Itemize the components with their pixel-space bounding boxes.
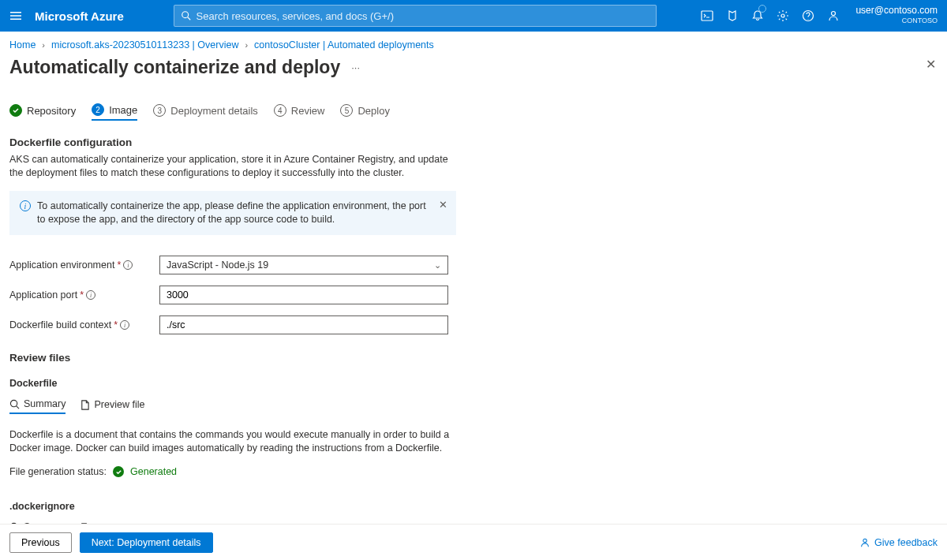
step-image[interactable]: 2 Image — [92, 103, 137, 121]
port-label: Application port*i — [9, 289, 159, 301]
search-input[interactable] — [197, 10, 649, 22]
svg-point-5 — [832, 12, 836, 16]
step-deployment-details[interactable]: 3 Deployment details — [153, 104, 258, 120]
info-icon: i — [20, 200, 31, 211]
chevron-down-icon: ⌄ — [434, 260, 441, 271]
close-button[interactable]: ✕ — [926, 57, 936, 72]
step-review[interactable]: 4 Review — [274, 104, 325, 120]
settings-icon[interactable] — [770, 0, 795, 32]
brand-label: Microsoft Azure — [32, 9, 135, 23]
env-select[interactable]: JavaScript - Node.js 19 ⌄ — [159, 256, 448, 274]
ctx-info-icon[interactable]: i — [120, 320, 129, 330]
dockerfile-summary-tab[interactable]: Summary — [9, 398, 66, 414]
user-org: CONTOSO — [855, 16, 938, 26]
page-title: Automatically containerize and deploy — [9, 57, 340, 78]
dockerfile-desc: Dockerfile is a document that contains t… — [9, 428, 456, 455]
previous-button[interactable]: Previous — [9, 532, 72, 553]
next-button[interactable]: Next: Deployment details — [80, 532, 213, 553]
breadcrumb-cluster[interactable]: contosoCluster | Automated deployments — [254, 39, 434, 50]
cloud-shell-icon[interactable] — [694, 0, 720, 32]
svg-rect-2 — [702, 11, 713, 21]
step-repository[interactable]: Repository — [9, 104, 76, 120]
dockerfile-preview-tab[interactable]: Preview file — [80, 398, 144, 414]
dockerfile-config-heading: Dockerfile configuration — [9, 136, 456, 148]
svg-point-10 — [863, 539, 867, 542]
user-account[interactable]: user@contoso.com CONTOSO — [846, 6, 947, 26]
user-email: user@contoso.com — [855, 6, 938, 16]
dockerfile-config-desc: AKS can automatically containerize your … — [9, 153, 456, 180]
ctx-label: Dockerfile build context*i — [9, 319, 159, 330]
dockerignore-title: .dockerignore — [9, 501, 456, 512]
check-icon — [113, 466, 124, 477]
port-input[interactable] — [159, 286, 448, 304]
notification-dot — [758, 5, 766, 13]
feedback-icon[interactable] — [821, 0, 846, 32]
review-files-heading: Review files — [9, 352, 456, 364]
info-banner: i To automatically containerize the app,… — [9, 191, 456, 235]
breadcrumb: Home › microsoft.aks-20230510113233 | Ov… — [0, 32, 947, 55]
svg-point-6 — [10, 400, 17, 406]
breadcrumb-resource[interactable]: microsoft.aks-20230510113233 | Overview — [51, 39, 238, 50]
step-deploy[interactable]: 5 Deploy — [340, 104, 389, 120]
directories-icon[interactable] — [720, 0, 745, 32]
svg-point-0 — [182, 12, 188, 18]
ctx-input[interactable] — [159, 315, 448, 334]
env-label: Application environment*i — [9, 259, 159, 271]
notifications-icon[interactable] — [745, 0, 770, 32]
give-feedback-link[interactable]: Give feedback — [859, 537, 938, 548]
svg-point-3 — [781, 14, 784, 17]
info-close-icon[interactable]: ✕ — [439, 198, 447, 211]
svg-line-7 — [17, 405, 19, 408]
info-text: To automatically containerize the app, p… — [37, 200, 432, 226]
breadcrumb-home[interactable]: Home — [9, 39, 36, 50]
env-info-icon[interactable]: i — [123, 260, 133, 270]
menu-button[interactable] — [0, 0, 32, 32]
help-icon[interactable] — [795, 0, 821, 32]
svg-line-1 — [187, 17, 190, 21]
wizard-steps: Repository 2 Image 3 Deployment details … — [0, 81, 947, 129]
more-actions-icon[interactable]: ··· — [348, 58, 363, 77]
dockerfile-status-label: File generation status: — [9, 466, 107, 477]
port-info-icon[interactable]: i — [86, 290, 95, 300]
dockerfile-title: Dockerfile — [9, 378, 456, 389]
dockerfile-status-value: Generated — [130, 466, 177, 477]
global-search[interactable] — [174, 5, 657, 27]
